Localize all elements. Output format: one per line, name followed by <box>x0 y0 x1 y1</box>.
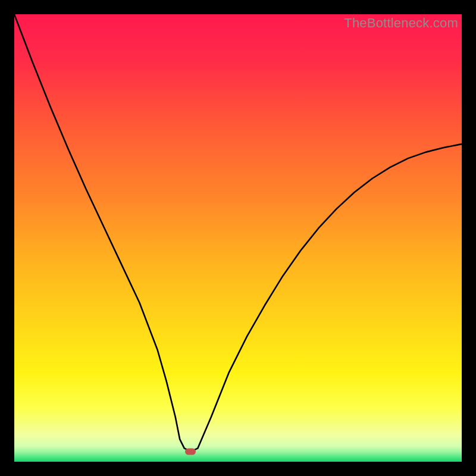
gradient-plot-area <box>14 14 462 462</box>
optimal-point-marker <box>185 448 196 455</box>
chart-frame: TheBottleneck.com <box>14 14 462 462</box>
watermark-text: TheBottleneck.com <box>344 15 458 31</box>
